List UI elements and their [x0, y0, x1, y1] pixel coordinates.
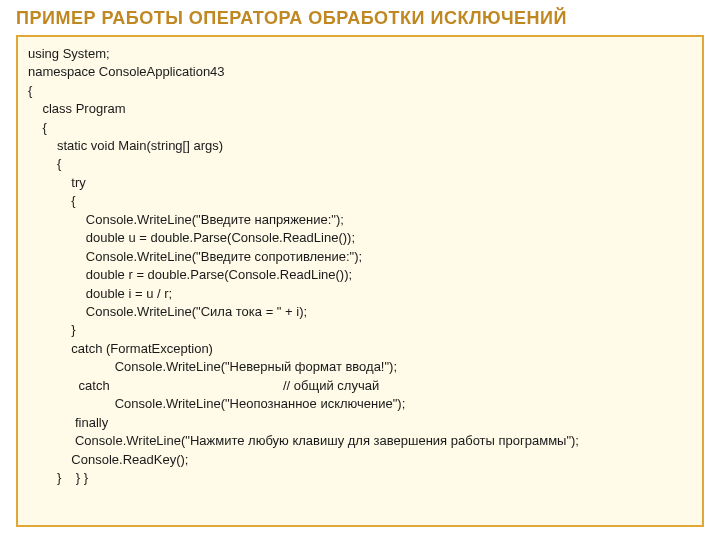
code-line: } } }	[28, 469, 692, 487]
code-line: }	[28, 321, 692, 339]
code-line: {	[28, 192, 692, 210]
slide-title: ПРИМЕР РАБОТЫ ОПЕРАТОРА ОБРАБОТКИ ИСКЛЮЧ…	[16, 8, 704, 29]
code-line: {	[28, 119, 692, 137]
code-line: double r = double.Parse(Console.ReadLine…	[28, 266, 692, 284]
code-line: {	[28, 155, 692, 173]
code-line: class Program	[28, 100, 692, 118]
code-line: catch (FormatException)	[28, 340, 692, 358]
code-line: namespace ConsoleApplication43	[28, 63, 692, 81]
code-line: Console.WriteLine("Неопознанное исключен…	[28, 395, 692, 413]
code-line: Console.ReadKey();	[28, 451, 692, 469]
code-line: double i = u / r;	[28, 285, 692, 303]
code-box: using System; namespace ConsoleApplicati…	[16, 35, 704, 527]
code-line: Console.WriteLine("Сила тока = " + i);	[28, 303, 692, 321]
code-line: Console.WriteLine("Неверный формат ввода…	[28, 358, 692, 376]
code-line: finally	[28, 414, 692, 432]
code-line: Console.WriteLine("Введите сопротивление…	[28, 248, 692, 266]
code-line: {	[28, 82, 692, 100]
code-line: Console.WriteLine("Введите напряжение:")…	[28, 211, 692, 229]
slide: ПРИМЕР РАБОТЫ ОПЕРАТОРА ОБРАБОТКИ ИСКЛЮЧ…	[0, 0, 720, 540]
code-line: double u = double.Parse(Console.ReadLine…	[28, 229, 692, 247]
code-line: Console.WriteLine("Нажмите любую клавишу…	[28, 432, 692, 450]
code-line: static void Main(string[] args)	[28, 137, 692, 155]
code-line: catch // общий случай	[28, 377, 692, 395]
code-line: try	[28, 174, 692, 192]
code-line: using System;	[28, 45, 692, 63]
